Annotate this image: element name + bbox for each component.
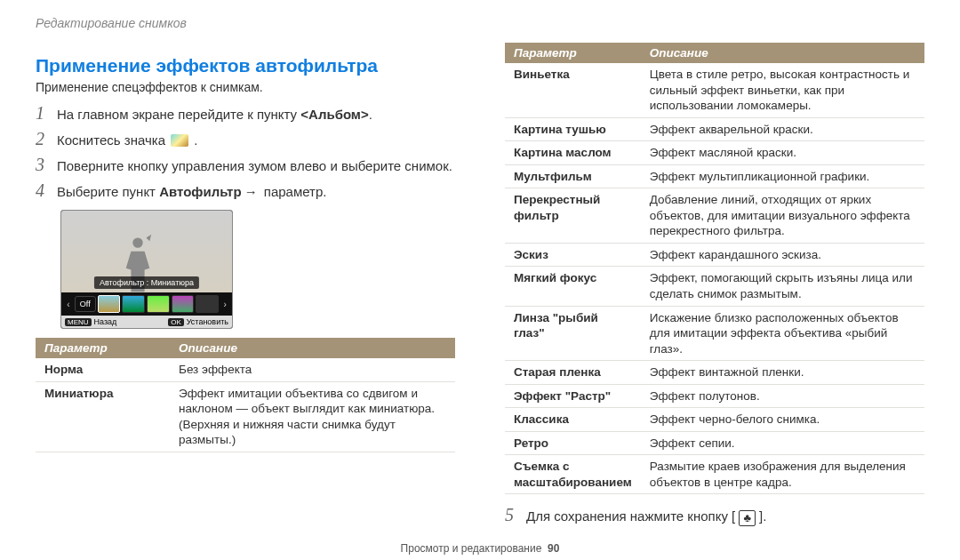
chevron-right-icon[interactable]: › — [220, 300, 229, 309]
footer-section: Просмотр и редактирование — [401, 542, 542, 555]
step-text: Для сохранения нажмите кнопку [ — [526, 508, 739, 524]
param-cell: Эскиз — [505, 243, 641, 267]
step-2: 2 Коснитесь значка . — [36, 129, 455, 149]
step-3: 3 Поверните кнопку управления зумом влев… — [36, 155, 455, 175]
desc-cell: Эффект черно-белого снимка. — [641, 408, 924, 432]
chevron-left-icon[interactable]: ‹ — [64, 300, 73, 309]
image-edit-icon — [171, 134, 188, 147]
param-cell: Мультфильм — [505, 164, 641, 188]
preview-tooltip: Автофильтр : Миниатюра — [94, 276, 199, 289]
step-number: 3 — [36, 155, 57, 175]
menu-key-icon: MENU — [65, 318, 92, 326]
table-header-desc: Описание — [170, 338, 455, 358]
step-text: Выберите пункт — [57, 184, 159, 199]
back-button[interactable]: MENU Назад — [61, 316, 120, 328]
desc-cell: Эффект полутонов. — [641, 384, 924, 408]
param-cell: Перекрестный фильтр — [505, 188, 641, 244]
table-row: Старая пленкаЭффект винтажной пленки. — [505, 361, 924, 385]
param-cell: Миниатюра — [36, 381, 170, 452]
filter-thumb[interactable] — [122, 295, 145, 313]
param-cell: Линза "рыбий глаз" — [505, 306, 641, 361]
set-button[interactable]: OK Установить — [164, 316, 232, 328]
param-cell: Эффект "Растр" — [505, 384, 641, 408]
table-row: Перекрестный фильтрДобавление линий, отх… — [505, 188, 924, 244]
desc-cell: Эффект, помогающий скрыть изъяны лица ил… — [641, 267, 924, 306]
param-cell: Виньетка — [505, 63, 641, 117]
filter-thumbstrip[interactable]: ‹ Off › — [61, 292, 232, 316]
table-row: МультфильмЭффект мультипликационной граф… — [505, 164, 924, 188]
preview-photo-area: Автофильтр : Миниатюра — [61, 211, 232, 292]
camera-preview: Автофильтр : Миниатюра ‹ Off › MENU Наза… — [60, 210, 233, 329]
desc-cell: Цвета в стиле ретро, высокая контрастнос… — [641, 63, 924, 117]
filter-off[interactable]: Off — [75, 296, 96, 312]
desc-cell: Добавление линий, отходящих от ярких объ… — [641, 188, 924, 244]
table-row: РетроЭффект сепии. — [505, 431, 924, 455]
desc-cell: Эффект акварельной краски. — [641, 117, 924, 141]
param-cell: Старая пленка — [505, 361, 641, 385]
step-5: 5 Для сохранения нажмите кнопку [ ♣ ]. — [505, 505, 924, 526]
table-row: КлассикаЭффект черно-белого снимка. — [505, 408, 924, 432]
table-row: ЭскизЭффект карандашного эскиза. — [505, 243, 924, 267]
table-row: Картина масломЭффект масляной краски. — [505, 141, 924, 165]
section-subtext: Применение спецэффектов к снимкам. — [36, 80, 455, 94]
filter-thumb[interactable] — [172, 295, 195, 313]
step-number: 4 — [36, 180, 57, 201]
breadcrumb: Редактирование снимков — [36, 16, 924, 30]
table-row: ВиньеткаЦвета в стиле ретро, высокая кон… — [505, 63, 924, 117]
desc-cell: Искажение близко расположенных объектов … — [641, 306, 924, 361]
filter-thumb[interactable] — [98, 295, 121, 313]
section-heading: Применение эффектов автофильтра — [36, 55, 455, 76]
table-header-desc: Описание — [641, 43, 924, 63]
step-bold: Автофильтр — [159, 184, 241, 199]
table-header-param: Параметр — [36, 338, 170, 358]
step-1: 1 На главном экране перейдите к пункту <… — [36, 103, 455, 124]
page-footer: Просмотр и редактирование 90 — [36, 542, 924, 555]
param-cell: Мягкий фокус — [505, 267, 641, 306]
param-cell: Картина маслом — [505, 141, 641, 165]
table-row: Мягкий фокусЭффект, помогающий скрыть из… — [505, 267, 924, 306]
table-row: Картина тушьюЭффект акварельной краски. — [505, 117, 924, 141]
step-text: Поверните кнопку управления зумом влево … — [57, 158, 452, 173]
footer-page-number: 90 — [548, 542, 559, 555]
options-table-left: Параметр Описание НормаБез эффектаМиниат… — [36, 338, 455, 452]
step-bold: <Альбом> — [300, 107, 368, 122]
desc-cell: Без эффекта — [170, 358, 455, 381]
param-cell: Классика — [505, 408, 641, 432]
table-row: Эффект "Растр"Эффект полутонов. — [505, 384, 924, 408]
save-icon: ♣ — [739, 510, 756, 526]
step-text: На главном экране перейдите к пункту — [57, 107, 300, 122]
desc-cell: Эффект имитации объектива со сдвигом и н… — [170, 381, 455, 452]
table-row: Съемка с масштабированиемРазмытие краев … — [505, 455, 924, 494]
desc-cell: Размытие краев изображения для выделения… — [641, 455, 924, 494]
param-cell: Норма — [36, 358, 170, 381]
back-label: Назад — [94, 317, 117, 326]
desc-cell: Эффект масляной краски. — [641, 141, 924, 165]
param-cell: Картина тушью — [505, 117, 641, 141]
arrow-right-icon: → — [244, 184, 258, 199]
step-number: 2 — [36, 129, 57, 149]
step-text: Коснитесь значка — [57, 132, 169, 148]
step-number: 1 — [36, 103, 57, 124]
step-number: 5 — [505, 505, 526, 525]
param-cell: Съемка с масштабированием — [505, 455, 641, 494]
desc-cell: Эффект сепии. — [641, 431, 924, 455]
desc-cell: Эффект карандашного эскиза. — [641, 243, 924, 267]
desc-cell: Эффект винтажной пленки. — [641, 361, 924, 385]
filter-thumb[interactable] — [196, 295, 219, 313]
step-4: 4 Выберите пункт Автофильтр→ параметр. — [36, 180, 455, 201]
table-row: МиниатюраЭффект имитации объектива со сд… — [36, 381, 455, 452]
param-cell: Ретро — [505, 431, 641, 455]
desc-cell: Эффект мультипликационной графики. — [641, 164, 924, 188]
set-label: Установить — [187, 317, 228, 326]
ok-key-icon: OK — [168, 318, 184, 326]
filter-thumb[interactable] — [147, 295, 170, 313]
options-table-right: Параметр Описание ВиньеткаЦвета в стиле … — [505, 43, 924, 494]
table-row: НормаБез эффекта — [36, 358, 455, 381]
table-row: Линза "рыбий глаз"Искажение близко распо… — [505, 306, 924, 361]
table-header-param: Параметр — [505, 43, 641, 63]
